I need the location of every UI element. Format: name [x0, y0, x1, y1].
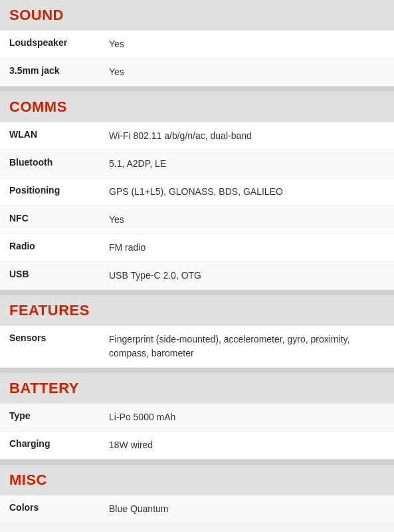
row-value: Blue Quantum: [109, 502, 385, 516]
row-value: 18W wired: [109, 438, 385, 452]
row-value: 5.1, A2DP, LE: [109, 157, 385, 171]
row-label: Sensors: [9, 332, 109, 343]
section-title-battery: BATTERY: [9, 380, 79, 396]
row-value: Yes: [109, 213, 385, 227]
section-header-sound: SOUND: [0, 0, 394, 31]
row-label: Colors: [9, 502, 109, 513]
section-title-features: FEATURES: [9, 302, 90, 319]
row-value: Fingerprint (side-mounted), acceleromete…: [109, 332, 385, 360]
table-row: Charging18W wired: [0, 432, 394, 460]
table-row: NFCYes: [0, 206, 394, 234]
row-label: 3.5mm jack: [9, 65, 109, 76]
table-row: WLANWi-Fi 802.11 a/b/g/n/ac, dual-band: [0, 122, 394, 150]
row-value: USB Type-C 2.0, OTG: [109, 269, 385, 283]
table-row: PositioningGPS (L1+L5), GLONASS, BDS, GA…: [0, 178, 394, 206]
section-divider: [0, 368, 394, 373]
row-label: Loudspeaker: [9, 37, 109, 48]
section-title-misc: MISC: [9, 471, 47, 488]
section-header-battery: BATTERY: [0, 373, 394, 404]
table-row: RadioFM radio: [0, 234, 394, 262]
row-label: Radio: [9, 241, 109, 251]
row-label: Positioning: [9, 185, 109, 196]
table-row: TypeLi-Po 5000 mAh: [0, 404, 394, 432]
section-header-misc: MISC: [0, 465, 394, 495]
section-divider: [0, 460, 394, 465]
row-label: NFC: [9, 213, 109, 223]
section-divider: [0, 86, 394, 92]
row-value: Yes: [109, 37, 385, 51]
row-label: Charging: [9, 438, 109, 449]
section-divider: [0, 290, 394, 295]
row-label: WLAN: [9, 129, 109, 140]
row-label: Type: [9, 410, 109, 421]
row-label: USB: [9, 269, 109, 279]
section-title-sound: SOUND: [9, 7, 64, 23]
row-value: Yes: [109, 65, 385, 79]
row-value: Wi-Fi 802.11 a/b/g/n/ac, dual-band: [109, 129, 385, 143]
row-value: Li-Po 5000 mAh: [109, 410, 385, 424]
table-row: LoudspeakerYes: [0, 31, 394, 59]
section-header-features: FEATURES: [0, 295, 394, 326]
table-row: SensorsFingerprint (side-mounted), accel…: [0, 326, 394, 368]
table-row: ColorsBlue Quantum: [0, 495, 394, 523]
row-label: Bluetooth: [9, 157, 109, 168]
row-value: FM radio: [109, 241, 385, 255]
table-row: USBUSB Type-C 2.0, OTG: [0, 262, 394, 290]
section-header-comms: COMMS: [0, 92, 394, 122]
table-row: Bluetooth5.1, A2DP, LE: [0, 150, 394, 178]
table-row: 3.5mm jackYes: [0, 59, 394, 86]
section-title-comms: COMMS: [9, 98, 67, 115]
spec-table: SOUNDLoudspeakerYes3.5mm jackYesCOMMSWLA…: [0, 0, 394, 523]
row-value: GPS (L1+L5), GLONASS, BDS, GALILEO: [109, 185, 385, 199]
